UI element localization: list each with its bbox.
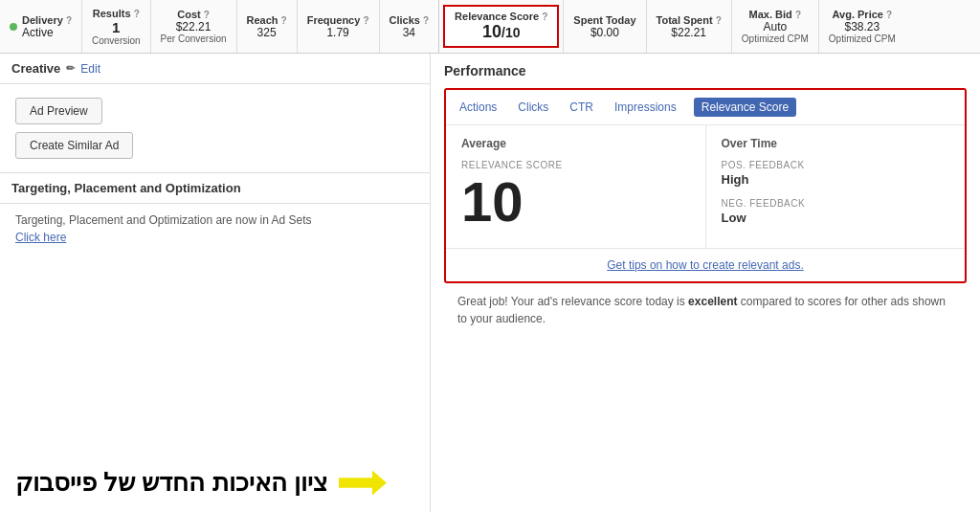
targeting-body-text: Targeting, Placement and Optimization ar… <box>15 213 414 227</box>
avg-price-value: $38.23 <box>844 20 880 33</box>
max-bid-value: Auto <box>763 20 787 33</box>
pos-feedback-label: POS. FEEDBACK <box>722 160 950 170</box>
delivery-cell: Delivery ? Active <box>0 0 82 53</box>
performance-tabs: Actions Clicks CTR Impressions Relevance… <box>446 90 965 125</box>
tab-clicks[interactable]: Clicks <box>514 99 552 116</box>
stats-bar: Delivery ? Active Results ? 1 Conversion… <box>0 0 980 54</box>
targeting-label: Targeting, Placement and Optimization <box>11 181 241 195</box>
right-stats-group: Spent Today $0.00 Total Spent ? $22.21 M… <box>564 0 980 53</box>
results-value: 1 <box>112 19 120 35</box>
right-panel: Performance Actions Clicks CTR Impressio… <box>431 54 980 512</box>
targeting-section-header: Targeting, Placement and Optimization <box>0 173 430 204</box>
spent-today-header: Spent Today <box>573 14 635 26</box>
spent-today-value: $0.00 <box>590 26 619 39</box>
great-job-text: Great job! Your ad's relevance score tod… <box>444 283 967 337</box>
hebrew-quality-label: ציון האיכות החדש של פייסבוק <box>15 468 327 498</box>
main-content: Creative ✏ Edit Ad Preview Create Simila… <box>0 54 980 512</box>
spent-today-cell: Spent Today $0.00 <box>564 0 646 53</box>
avg-price-sub: Optimized CPM <box>829 33 896 44</box>
delivery-value: Active <box>22 26 72 39</box>
clicks-cell: Clicks ? 34 <box>380 0 439 53</box>
create-similar-ad-button[interactable]: Create Similar Ad <box>15 132 133 159</box>
tab-relevance-score[interactable]: Relevance Score <box>694 98 796 117</box>
performance-content: Average RELEVANCE SCORE 10 Over Time POS… <box>446 125 965 248</box>
results-sub: Conversion <box>92 35 141 46</box>
delivery-header: Delivery ? <box>22 14 72 26</box>
creative-label: Creative <box>11 61 60 76</box>
edit-link[interactable]: Edit <box>80 62 100 76</box>
reach-value: 325 <box>257 26 277 39</box>
overtime-column: Over Time POS. FEEDBACK High NEG. FEEDBA… <box>706 125 966 248</box>
score-number: 10 <box>461 174 690 230</box>
bottom-label-area: ציון האיכות החדש של פייסבוק <box>0 453 430 512</box>
average-col-title: Average <box>461 137 690 150</box>
relevance-score-header: Relevance Score ? <box>455 11 547 22</box>
reach-cell: Reach ? 325 <box>237 0 298 53</box>
results-header: Results ? <box>93 8 140 19</box>
pos-feedback-value: High <box>722 172 950 187</box>
frequency-cell: Frequency ? 1.79 <box>298 0 380 53</box>
performance-box: Actions Clicks CTR Impressions Relevance… <box>444 88 967 283</box>
active-indicator <box>10 23 17 31</box>
cost-cell: Cost ? $22.21 Per Conversion <box>151 0 237 53</box>
creative-section-header: Creative ✏ Edit <box>0 54 430 84</box>
score-label: RELEVANCE SCORE <box>461 160 690 170</box>
tips-link[interactable]: Get tips on how to create relevant ads. <box>607 258 803 272</box>
results-cell: Results ? 1 Conversion <box>82 0 151 53</box>
targeting-body: Targeting, Placement and Optimization ar… <box>0 204 430 254</box>
max-bid-header: Max. Bid ? <box>749 9 801 20</box>
excellent-text: excellent <box>688 295 737 308</box>
pencil-icon: ✏ <box>66 62 75 75</box>
total-spent-value: $22.21 <box>671 26 706 39</box>
cost-value: $22.21 <box>176 20 212 33</box>
click-here-link[interactable]: Click here <box>15 231 66 244</box>
tab-ctr[interactable]: CTR <box>566 99 597 116</box>
frequency-value: 1.79 <box>326 26 348 39</box>
total-spent-cell: Total Spent ? $22.21 <box>647 0 732 53</box>
ad-preview-button[interactable]: Ad Preview <box>15 98 102 124</box>
clicks-header: Clicks ? <box>390 14 430 26</box>
left-panel: Creative ✏ Edit Ad Preview Create Simila… <box>0 54 431 512</box>
max-bid-sub: Optimized CPM <box>742 33 809 44</box>
total-spent-header: Total Spent ? <box>657 14 722 26</box>
performance-header: Performance <box>444 63 967 78</box>
yellow-arrow-icon <box>339 471 387 496</box>
targeting-section: Targeting, Placement and Optimization Ta… <box>0 172 430 254</box>
cost-sub: Per Conversion <box>161 33 227 44</box>
max-bid-cell: Max. Bid ? Auto Optimized CPM <box>732 0 819 53</box>
relevance-score-highlight: Relevance Score ? 10/10 <box>439 0 564 53</box>
frequency-header: Frequency ? <box>307 14 369 26</box>
tips-link-area: Get tips on how to create relevant ads. <box>446 248 965 281</box>
clicks-value: 34 <box>403 26 415 39</box>
overtime-col-title: Over Time <box>722 137 950 150</box>
left-stats-group: Delivery ? Active Results ? 1 Conversion… <box>0 0 439 53</box>
cost-header: Cost ? <box>177 9 210 20</box>
avg-price-cell: Avg. Price ? $38.23 Optimized CPM <box>819 0 905 53</box>
average-column: Average RELEVANCE SCORE 10 <box>446 125 706 248</box>
neg-feedback-label: NEG. FEEDBACK <box>722 198 950 209</box>
creative-buttons-area: Ad Preview Create Similar Ad <box>0 84 430 172</box>
avg-price-header: Avg. Price ? <box>833 9 893 20</box>
reach-header: Reach ? <box>247 14 287 26</box>
neg-feedback-value: Low <box>722 211 950 225</box>
tab-actions[interactable]: Actions <box>456 99 501 116</box>
tab-impressions[interactable]: Impressions <box>611 99 680 116</box>
relevance-score-value: 10/10 <box>482 22 521 42</box>
